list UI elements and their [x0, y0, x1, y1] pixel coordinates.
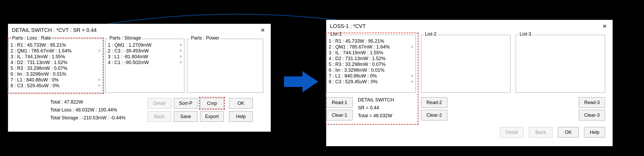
list-item[interactable]: 2 : QM1 : 785.67mW : 1.64%> — [10, 48, 101, 54]
loss-window: LOSS-1 : *CVT × List-1 1 : R1 : 45.733W … — [326, 20, 613, 146]
chevron-right-icon: > — [180, 54, 182, 60]
list-item[interactable]: 3 : IL : 744.19mW : 1.55% — [10, 54, 101, 60]
group-list2: List-2 — [421, 35, 510, 93]
help-button[interactable]: Help — [584, 127, 605, 138]
save-button[interactable]: Save — [174, 111, 197, 122]
list-item[interactable]: 5 : R3 : 33.298mW : 0.07% — [10, 65, 101, 71]
block-arrow-icon — [284, 71, 318, 92]
chevron-right-icon: > — [98, 83, 100, 89]
group-storage-legend: Parts : Storage — [108, 35, 142, 41]
list-item[interactable]: 4 : C1 : -90.502mW> — [107, 60, 182, 65]
read2-button[interactable]: Read-2 — [421, 97, 447, 108]
clear1-button[interactable]: Clear-1 — [326, 110, 353, 120]
read1-button[interactable]: Read-1 — [326, 97, 353, 108]
export-button[interactable]: Export — [200, 111, 224, 122]
list-item[interactable]: 3 : IL : 744.19mW : 1.55% — [328, 50, 414, 56]
list-item[interactable]: 4 : D2 : 731.13mW : 1.52% — [328, 56, 414, 61]
chevron-right-icon: > — [411, 79, 413, 85]
list-item[interactable]: 1 : QM1 : 1.2709mW> — [107, 42, 182, 48]
cmp-button[interactable]: Cmp — [200, 98, 224, 109]
list-item[interactable]: 2 : C3 : -39.493mW> — [107, 48, 182, 54]
total-text: Total : 47.822W — [50, 98, 83, 106]
chevron-right-icon: > — [180, 42, 182, 48]
clear2-button[interactable]: Clear-2 — [421, 110, 447, 120]
total-loss-text: Total Loss : 48.032W : 100.44% — [50, 106, 117, 114]
svg-marker-1 — [284, 71, 318, 92]
help-button[interactable]: Help — [229, 111, 253, 122]
group-list1: List-1 1 : R1 : 45.733W : 95.21% 2 : QM1… — [326, 35, 416, 93]
group-list1-legend: List-1 — [329, 31, 343, 37]
list-item[interactable]: 1 : R1 : 45.733W : 95.21% — [328, 38, 414, 44]
back-button: Back — [529, 127, 552, 138]
ok-button[interactable]: OK — [229, 98, 253, 109]
group-list3-legend: List-3 — [519, 31, 532, 37]
group-power-legend: Parts : Power — [190, 35, 220, 41]
list-item[interactable]: 5 : R3 : 33.298mW : 0.07% — [328, 61, 414, 67]
sortp-button[interactable]: Sort-P — [174, 98, 197, 109]
list2-list[interactable] — [423, 38, 509, 91]
close-icon[interactable]: × — [259, 26, 267, 34]
clear3-button[interactable]: Clear-3 — [579, 110, 605, 120]
list-item[interactable]: 6 : Iin : 3.3298mW : 0.01% — [10, 71, 101, 77]
list3-list[interactable] — [518, 38, 603, 91]
chevron-right-icon: > — [411, 44, 413, 50]
list1-info-line1: DETAIL SWITCH — [358, 96, 394, 104]
group-list3: List-3 — [516, 35, 605, 93]
list-item[interactable]: 1 : R1 : 45.733W : 95.21% — [10, 42, 101, 48]
group-list2-legend: List-2 — [424, 31, 438, 37]
group-storage: Parts : Storage 1 : QM1 : 1.2709mW> 2 : … — [105, 39, 184, 93]
storage-list[interactable]: 1 : QM1 : 1.2709mW> 2 : C3 : -39.493mW> … — [107, 42, 182, 91]
chevron-right-icon: > — [98, 48, 100, 54]
ok-button[interactable]: OK — [558, 127, 579, 138]
back-button: Back — [148, 111, 171, 122]
detail-button: Detail — [500, 127, 524, 138]
read3-button[interactable]: Read-3 — [579, 97, 605, 108]
power-list[interactable] — [189, 42, 261, 91]
group-power: Parts : Power — [187, 39, 263, 93]
detail-switch-titlebar: DETAIL SWITCH : *CVT : SR = 0.44 × — [8, 24, 271, 36]
list-item[interactable]: 7 : L1 : 840.88uW : 0%> — [328, 73, 414, 79]
list1-list[interactable]: 1 : R1 : 45.733W : 95.21% 2 : QM1 : 785.… — [328, 38, 414, 91]
chevron-right-icon: > — [411, 73, 413, 79]
list-item[interactable]: 8 : C3 : 529.45uW : 0%> — [328, 79, 414, 85]
loss-window-titlebar: LOSS-1 : *CVT × — [326, 20, 612, 32]
group-loss-rate-legend: Parts : Loss : Rate — [11, 35, 52, 41]
group-loss-rate: Parts : Loss : Rate 1 : R1 : 45.733W : 9… — [8, 39, 103, 93]
detail-switch-window: DETAIL SWITCH : *CVT : SR = 0.44 × Parts… — [8, 24, 271, 132]
close-icon[interactable]: × — [601, 22, 609, 30]
list1-info-line3: Total = 48.032W — [358, 112, 392, 120]
chevron-right-icon: > — [180, 48, 182, 54]
detail-switch-title: DETAIL SWITCH : *CVT : SR = 0.44 — [12, 27, 97, 33]
chevron-right-icon: > — [98, 77, 100, 83]
list1-info-line2: SR = 0.44 — [358, 104, 379, 112]
annotation-mid-text: Cmpをクリック — [268, 58, 329, 70]
list-item[interactable]: 4 : D2 : 731.13mW : 1.52% — [10, 60, 101, 65]
loss-rate-list[interactable]: 1 : R1 : 45.733W : 95.21% 2 : QM1 : 785.… — [10, 42, 101, 91]
detail-button: Detail — [148, 98, 171, 109]
list-item[interactable]: 2 : QM1 : 785.67mW : 1.64%> — [328, 44, 414, 50]
list-item[interactable]: 6 : Iin : 3.3298mW : 0.01% — [328, 67, 414, 73]
list-item[interactable]: 7 : L1 : 840.88uW : 0%> — [10, 77, 101, 83]
annotation-top-text: 損失リストが損失比較リストに登録されます — [334, 3, 505, 14]
loss-window-title: LOSS-1 : *CVT — [330, 23, 366, 29]
list-item[interactable]: 8 : C3 : 529.45uW : 0%> — [10, 83, 101, 89]
chevron-right-icon: > — [180, 60, 182, 65]
total-storage-text: Total Storage : -210.53mW : -0.44% — [50, 114, 125, 122]
list-item[interactable]: 3 : L1 : -81.804mW> — [107, 54, 182, 60]
